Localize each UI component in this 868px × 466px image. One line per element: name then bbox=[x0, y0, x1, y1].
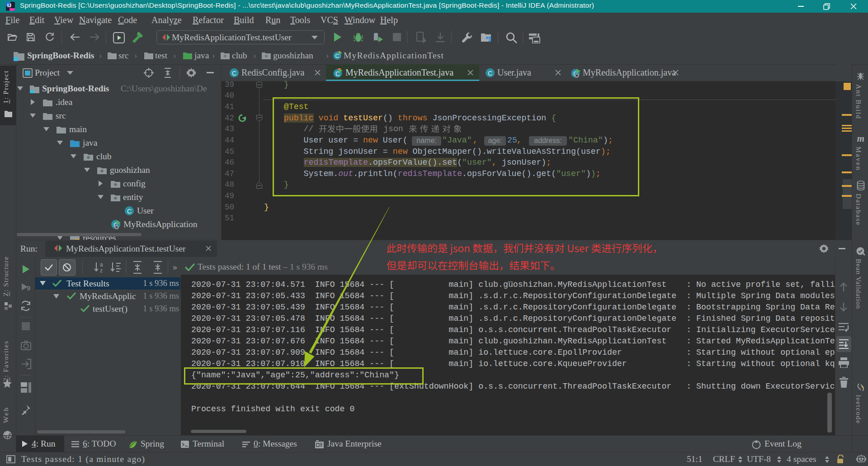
svg-text:C: C bbox=[232, 70, 236, 77]
svg-text:m: m bbox=[857, 134, 864, 144]
svg-text:C: C bbox=[335, 52, 339, 59]
svg-text:z: z bbox=[100, 267, 103, 273]
svg-text:9: 9 bbox=[27, 284, 30, 292]
svg-text:C: C bbox=[127, 208, 132, 215]
svg-text:a: a bbox=[100, 262, 103, 268]
svg-text:C: C bbox=[488, 70, 492, 77]
